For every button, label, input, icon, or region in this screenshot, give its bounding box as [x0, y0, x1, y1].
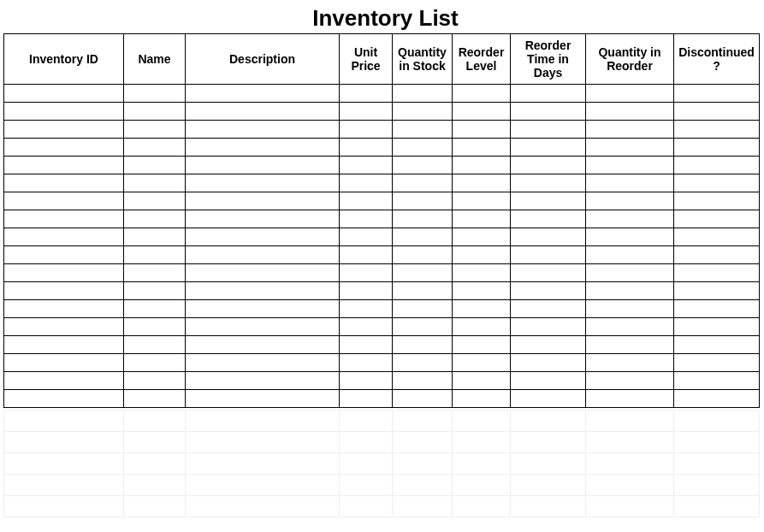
cell[interactable] — [453, 354, 511, 372]
cell[interactable] — [4, 228, 124, 246]
cell[interactable] — [586, 210, 674, 228]
cell[interactable] — [674, 411, 760, 432]
cell[interactable] — [586, 192, 674, 210]
cell[interactable] — [340, 121, 393, 139]
cell[interactable] — [393, 246, 453, 264]
cell[interactable] — [586, 372, 674, 390]
cell[interactable] — [186, 228, 340, 246]
cell[interactable] — [186, 453, 340, 475]
cell[interactable] — [124, 139, 186, 157]
cell[interactable] — [4, 264, 124, 282]
cell[interactable] — [674, 228, 760, 246]
cell[interactable] — [674, 157, 760, 174]
cell[interactable] — [586, 354, 674, 372]
cell[interactable] — [4, 139, 124, 157]
cell[interactable] — [393, 496, 453, 517]
cell[interactable] — [674, 192, 760, 210]
cell[interactable] — [340, 411, 393, 432]
cell[interactable] — [674, 85, 760, 103]
cell[interactable] — [186, 475, 340, 496]
cell[interactable] — [124, 411, 186, 432]
cell[interactable] — [674, 121, 760, 139]
cell[interactable] — [586, 103, 674, 121]
cell[interactable] — [124, 453, 186, 475]
cell[interactable] — [4, 411, 124, 432]
cell[interactable] — [511, 85, 586, 103]
cell[interactable] — [674, 453, 760, 475]
cell[interactable] — [393, 85, 453, 103]
cell[interactable] — [674, 264, 760, 282]
cell[interactable] — [340, 174, 393, 192]
cell[interactable] — [511, 192, 586, 210]
cell[interactable] — [586, 246, 674, 264]
cell[interactable] — [586, 336, 674, 354]
cell[interactable] — [186, 246, 340, 264]
cell[interactable] — [186, 282, 340, 300]
cell[interactable] — [511, 372, 586, 390]
cell[interactable] — [511, 157, 586, 174]
cell[interactable] — [453, 336, 511, 354]
cell[interactable] — [393, 372, 453, 390]
cell[interactable] — [511, 432, 586, 453]
cell[interactable] — [186, 411, 340, 432]
cell[interactable] — [340, 475, 393, 496]
cell[interactable] — [124, 103, 186, 121]
cell[interactable] — [511, 354, 586, 372]
cell[interactable] — [4, 282, 124, 300]
cell[interactable] — [4, 453, 124, 475]
cell[interactable] — [340, 336, 393, 354]
cell[interactable] — [186, 372, 340, 390]
cell[interactable] — [186, 85, 340, 103]
cell[interactable] — [4, 354, 124, 372]
cell[interactable] — [186, 336, 340, 354]
cell[interactable] — [453, 210, 511, 228]
cell[interactable] — [511, 264, 586, 282]
cell[interactable] — [453, 103, 511, 121]
cell[interactable] — [124, 372, 186, 390]
cell[interactable] — [124, 121, 186, 139]
cell[interactable] — [586, 432, 674, 453]
cell[interactable] — [393, 475, 453, 496]
cell[interactable] — [124, 264, 186, 282]
cell[interactable] — [340, 139, 393, 157]
cell[interactable] — [511, 453, 586, 475]
cell[interactable] — [393, 174, 453, 192]
cell[interactable] — [453, 372, 511, 390]
cell[interactable] — [340, 210, 393, 228]
cell[interactable] — [340, 192, 393, 210]
cell[interactable] — [393, 103, 453, 121]
cell[interactable] — [124, 300, 186, 318]
cell[interactable] — [511, 282, 586, 300]
cell[interactable] — [586, 139, 674, 157]
cell[interactable] — [674, 390, 760, 408]
cell[interactable] — [186, 432, 340, 453]
cell[interactable] — [4, 85, 124, 103]
cell[interactable] — [340, 354, 393, 372]
cell[interactable] — [453, 121, 511, 139]
cell[interactable] — [674, 496, 760, 517]
cell[interactable] — [4, 192, 124, 210]
cell[interactable] — [586, 85, 674, 103]
cell[interactable] — [124, 85, 186, 103]
cell[interactable] — [4, 300, 124, 318]
cell[interactable] — [124, 282, 186, 300]
cell[interactable] — [586, 390, 674, 408]
cell[interactable] — [586, 264, 674, 282]
cell[interactable] — [586, 475, 674, 496]
cell[interactable] — [186, 121, 340, 139]
cell[interactable] — [186, 139, 340, 157]
cell[interactable] — [340, 496, 393, 517]
cell[interactable] — [340, 246, 393, 264]
cell[interactable] — [340, 432, 393, 453]
cell[interactable] — [511, 103, 586, 121]
cell[interactable] — [453, 318, 511, 336]
cell[interactable] — [4, 336, 124, 354]
cell[interactable] — [674, 103, 760, 121]
cell[interactable] — [511, 121, 586, 139]
cell[interactable] — [4, 475, 124, 496]
cell[interactable] — [124, 390, 186, 408]
cell[interactable] — [453, 475, 511, 496]
cell[interactable] — [453, 453, 511, 475]
cell[interactable] — [4, 103, 124, 121]
cell[interactable] — [586, 157, 674, 174]
